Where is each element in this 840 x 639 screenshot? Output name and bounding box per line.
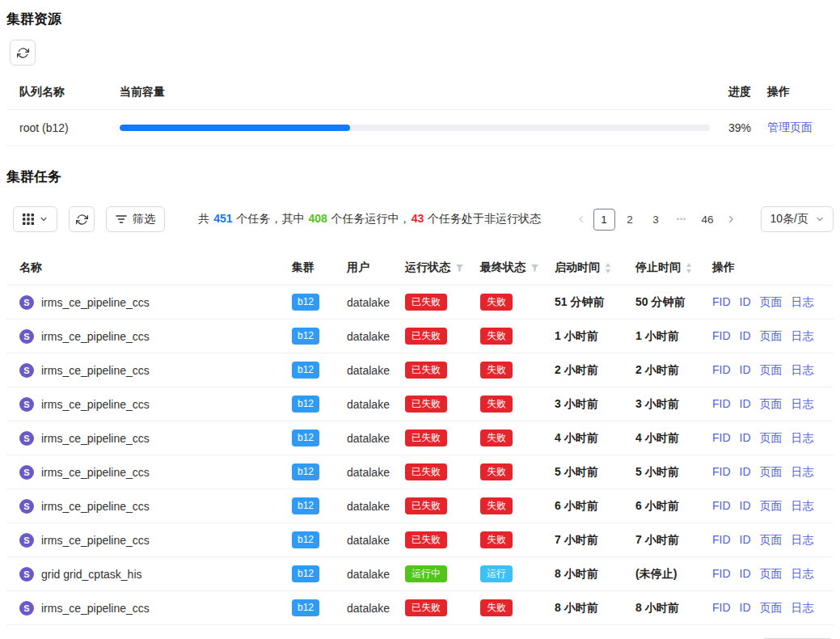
run-status-badge: 已失败 (405, 497, 447, 514)
task-user: datalake (347, 602, 390, 615)
id-link[interactable]: ID (740, 295, 751, 308)
id-link[interactable]: ID (740, 499, 751, 512)
col-header-progress: 进度 (722, 75, 761, 110)
fid-link[interactable]: FID (712, 431, 731, 444)
start-time: 3 小时前 (555, 397, 598, 410)
fid-link[interactable]: FID (712, 601, 731, 614)
log-link[interactable]: 日志 (791, 465, 814, 478)
tasks-toolbar: 筛选 共 451 个任务，其中 408 个任务运行中，43 个任务处于非运行状态… (13, 199, 834, 239)
start-time: 51 分钟前 (555, 295, 604, 308)
cluster-badge: b12 (292, 328, 319, 345)
page-size-label: 10条/页 (770, 212, 808, 226)
col-header-actions: 操作 (761, 75, 834, 110)
id-link[interactable]: ID (740, 329, 751, 342)
final-status-badge: 失败 (480, 463, 513, 480)
sorter-icon[interactable] (686, 263, 692, 273)
fid-link[interactable]: FID (712, 533, 731, 546)
table-row: S grid grid_cptask_his b12 datalake 运行中 … (6, 557, 834, 591)
page-link[interactable]: 页面 (760, 465, 783, 478)
fid-link[interactable]: FID (712, 499, 731, 512)
refresh-icon (17, 47, 29, 59)
next-page-button[interactable] (723, 215, 739, 223)
filter-button[interactable]: 筛选 (106, 206, 165, 232)
stop-time: 5 小时前 (635, 465, 679, 478)
log-link[interactable]: 日志 (791, 601, 814, 614)
col-header-stop-time[interactable]: 停止时间 (629, 251, 706, 286)
start-time: 8 小时前 (555, 601, 598, 614)
run-status-badge: 运行中 (405, 565, 447, 582)
log-link[interactable]: 日志 (791, 567, 814, 580)
col-header-start-time[interactable]: 启动时间 (548, 251, 629, 286)
page-link[interactable]: 页面 (760, 533, 783, 546)
run-status-badge: 已失败 (405, 531, 447, 548)
fid-link[interactable]: FID (712, 465, 731, 478)
fid-link[interactable]: FID (712, 329, 731, 342)
id-link[interactable]: ID (740, 533, 751, 546)
col-header-final-status-label: 最终状态 (480, 260, 526, 275)
col-header-run-status: 运行状态 (399, 251, 474, 286)
pagination-page-46[interactable]: 46 (697, 209, 719, 231)
pagination-page-1[interactable]: 1 (593, 209, 615, 231)
id-link[interactable]: ID (740, 465, 751, 478)
resources-section-title: 集群资源 (6, 10, 834, 28)
nonrunning-task-count: 43 (412, 212, 424, 225)
log-link[interactable]: 日志 (791, 329, 814, 342)
task-user: datalake (347, 534, 390, 547)
id-link[interactable]: ID (740, 601, 751, 614)
cluster-badge: b12 (292, 430, 319, 446)
id-link[interactable]: ID (740, 397, 751, 410)
page-link[interactable]: 页面 (760, 295, 783, 308)
start-time: 2 小时前 (555, 363, 598, 376)
page-root: 集群资源 队列名称 当前容量 进度 操作 root (b12) (0, 0, 840, 639)
log-link[interactable]: 日志 (791, 295, 814, 308)
page-link[interactable]: 页面 (760, 397, 783, 410)
task-user: datalake (347, 330, 390, 343)
col-header-operations: 操作 (706, 251, 834, 286)
fid-link[interactable]: FID (712, 567, 731, 580)
sorter-icon[interactable] (605, 263, 611, 273)
start-time: 7 小时前 (555, 533, 598, 546)
page-size-select[interactable]: 10条/页 (761, 206, 834, 232)
run-status-badge: 已失败 (405, 362, 447, 379)
run-status-badge: 已失败 (405, 294, 447, 311)
page-link[interactable]: 页面 (760, 363, 783, 376)
page-link[interactable]: 页面 (760, 567, 783, 580)
prev-page-button[interactable] (573, 215, 589, 223)
filter-funnel-icon[interactable] (455, 264, 464, 273)
log-link[interactable]: 日志 (791, 499, 814, 512)
pagination-ellipsis[interactable]: ••• (671, 209, 693, 231)
start-time: 8 小时前 (555, 567, 598, 580)
start-time: 4 小时前 (555, 431, 598, 444)
column-settings-button[interactable] (13, 206, 57, 232)
log-link[interactable]: 日志 (791, 397, 814, 410)
total-task-count: 451 (213, 212, 232, 225)
pagination-page-3[interactable]: 3 (645, 209, 667, 231)
log-link[interactable]: 日志 (791, 363, 814, 376)
page-link[interactable]: 页面 (760, 431, 783, 444)
task-user: datalake (347, 500, 390, 513)
refresh-tasks-button[interactable] (69, 206, 95, 232)
log-link[interactable]: 日志 (791, 431, 814, 444)
table-row: S irms_ce_pipeline_ccs b12 datalake 已失败 … (6, 591, 834, 625)
id-link[interactable]: ID (740, 431, 751, 444)
id-link[interactable]: ID (740, 567, 751, 580)
fid-link[interactable]: FID (712, 397, 731, 410)
cluster-badge: b12 (292, 463, 319, 480)
task-user: datalake (347, 568, 390, 581)
page-link[interactable]: 页面 (760, 329, 783, 342)
filter-funnel-icon[interactable] (530, 264, 539, 273)
task-name: irms_ce_pipeline_ccs (41, 432, 150, 445)
run-status-badge: 已失败 (405, 328, 447, 345)
col-header-cluster: 集群 (285, 251, 340, 286)
fid-link[interactable]: FID (712, 363, 731, 376)
id-link[interactable]: ID (740, 363, 751, 376)
log-link[interactable]: 日志 (791, 533, 814, 546)
cluster-badge: b12 (292, 362, 319, 379)
pagination-page-2[interactable]: 2 (619, 209, 641, 231)
page-link[interactable]: 页面 (760, 601, 783, 614)
refresh-resources-button[interactable] (10, 40, 36, 66)
manage-page-link[interactable]: 管理页面 (767, 121, 813, 133)
resources-header-row: 队列名称 当前容量 进度 操作 (6, 75, 834, 110)
fid-link[interactable]: FID (712, 295, 731, 308)
page-link[interactable]: 页面 (760, 499, 783, 512)
